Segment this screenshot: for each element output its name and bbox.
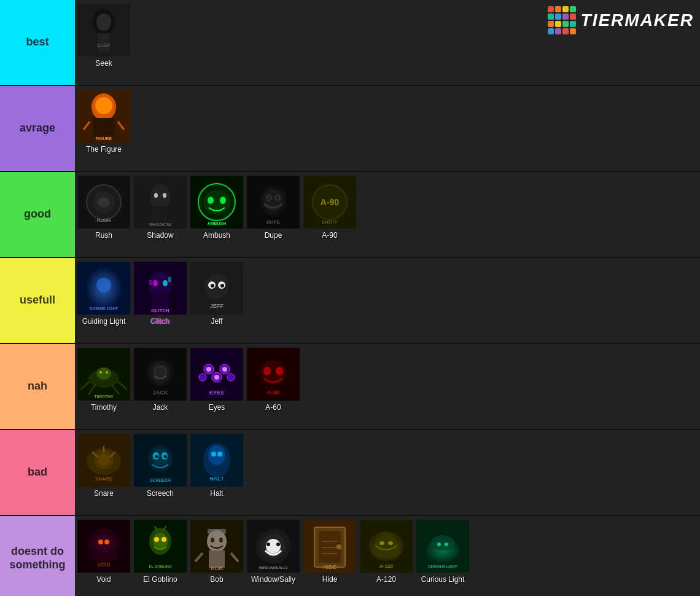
tier-item-curiouslight[interactable]: CURIOUS LIGHT Curious Light <box>415 517 470 586</box>
char-image-guidinglight: GUIDING LIGHT <box>77 262 130 315</box>
tier-item-windowsally[interactable]: WINDOW/SALLY Window/Sally <box>246 517 301 586</box>
svg-text:JACK: JACK <box>153 390 168 396</box>
svg-text:SNARE: SNARE <box>95 476 113 482</box>
svg-point-115 <box>104 539 109 544</box>
tier-item-guidinglight[interactable]: GUIDING LIGHT Guiding Light <box>76 259 131 328</box>
tier-item-void[interactable]: VOID Void <box>76 517 131 586</box>
char-image-a90: A-90 ENTITY <box>303 176 356 229</box>
tier-item-hide[interactable]: HIDE Hide <box>302 517 357 586</box>
tier-item-halt[interactable]: HALT Halt <box>189 431 244 500</box>
tier-item-a120[interactable]: A-120 A-120 <box>359 517 414 586</box>
tier-label-bad: bad <box>0 430 75 515</box>
svg-point-21 <box>163 193 166 198</box>
tier-item-rush[interactable]: RUSH Rush <box>76 173 131 242</box>
tier-item-label-ambush: Ambush <box>203 231 230 240</box>
tier-item-dupe[interactable]: DUPE Dupe <box>246 173 301 242</box>
tier-row-avrage: avrage FIGURE The Figure <box>0 86 700 172</box>
svg-point-137 <box>266 539 281 554</box>
char-image-seek: SEEK <box>77 4 130 57</box>
svg-point-92 <box>98 453 110 466</box>
svg-rect-19 <box>152 206 168 224</box>
tier-item-jack[interactable]: JACK Jack <box>133 345 188 414</box>
char-image-halt: HALT <box>190 434 243 487</box>
tier-item-label-seek: Seek <box>95 59 112 68</box>
svg-point-80 <box>206 367 211 372</box>
logo-cell <box>555 21 561 27</box>
logo-cell <box>548 21 554 27</box>
tier-item-seek[interactable]: SEEK Seek <box>76 1 131 70</box>
svg-point-41 <box>96 278 111 292</box>
tier-item-timothy[interactable]: TIMOTHY Timothy <box>76 345 131 414</box>
char-image-rush: RUSH <box>77 176 130 229</box>
tier-item-elgoblino[interactable]: EL GOBLINO El Goblino <box>133 517 188 586</box>
svg-point-82 <box>214 375 219 380</box>
svg-text:DUPE: DUPE <box>266 219 281 225</box>
logo-grid <box>548 6 576 34</box>
char-image-shadow: SHADOW <box>134 176 187 229</box>
tier-row-usefull: usefull GUIDING LIGHT Guiding Light GLIT… <box>0 258 700 344</box>
tier-items-usefull: GUIDING LIGHT Guiding Light GLITCH Glitc… <box>75 258 700 343</box>
svg-point-32 <box>266 195 271 201</box>
svg-text:WINDOW/SALLY: WINDOW/SALLY <box>259 566 287 570</box>
tier-item-label-jeff: Jeff <box>211 317 222 326</box>
tier-item-label-elgoblino: El Goblino <box>143 575 177 584</box>
svg-text:ENTITY: ENTITY <box>322 220 338 224</box>
svg-point-114 <box>98 539 103 544</box>
header: TiERMAKER <box>548 6 694 34</box>
tier-label-text: usefull <box>20 294 55 307</box>
tier-item-snare[interactable]: SNARE Snare <box>76 431 131 500</box>
tier-item-screech[interactable]: SCREECH Screech <box>133 431 188 500</box>
svg-rect-50 <box>168 277 171 282</box>
char-image-dupe: DUPE <box>247 176 300 229</box>
tier-item-jeff[interactable]: JEFF Jeff <box>189 259 244 328</box>
svg-point-151 <box>379 541 384 545</box>
logo-cell <box>562 6 569 12</box>
tier-item-ambush[interactable]: AMBUSH Ambush <box>189 173 244 242</box>
tier-item-label-curiouslight: Curious Light <box>421 575 465 584</box>
tier-item-shadow[interactable]: SHADOW Shadow <box>133 173 188 242</box>
char-image-void: VOID <box>77 520 130 573</box>
tier-row-doesnt: doesnt dosomething VOID Void EL GOBLINO … <box>0 516 700 596</box>
tier-label-usefull: usefull <box>0 258 75 343</box>
char-image-eyes: EYES <box>190 348 243 401</box>
tier-item-figure[interactable]: FIGURE The Figure <box>76 87 131 156</box>
tier-label-text: avrage <box>20 122 55 135</box>
tier-item-label-shadow: Shadow <box>147 231 173 240</box>
tier-item-eyes[interactable]: EYES Eyes <box>189 345 244 414</box>
char-image-timothy: TIMOTHY <box>77 348 130 401</box>
tier-item-label-hide: Hide <box>322 575 338 584</box>
svg-point-113 <box>95 534 113 552</box>
tier-label-text: bad <box>28 466 47 479</box>
tier-item-a90[interactable]: A-90 ENTITY A-90 <box>302 173 357 242</box>
svg-point-66 <box>99 371 102 374</box>
tier-row-bad: bad SNARE Snare SCREECH Screech HALT Hal… <box>0 430 700 516</box>
logo-cell <box>555 6 561 12</box>
svg-text:A-120: A-120 <box>379 563 393 569</box>
logo-cell <box>555 28 561 34</box>
svg-point-57 <box>220 284 224 288</box>
tier-table: best SEEK Seekavrage FIGURE The Figurego… <box>0 0 700 596</box>
svg-point-108 <box>211 452 216 457</box>
logo-cell <box>570 28 576 34</box>
tier-label-good: good <box>0 172 75 257</box>
tier-item-a60[interactable]: A-60 A-60 <box>246 345 301 414</box>
svg-text:CURIOUS LIGHT: CURIOUS LIGHT <box>428 565 457 568</box>
svg-point-138 <box>266 543 270 546</box>
char-image-a120: A-120 <box>360 520 413 573</box>
svg-text:A-90: A-90 <box>321 197 340 207</box>
tier-item-glitch[interactable]: GLITCH Glitch <box>133 259 188 328</box>
svg-point-103 <box>164 455 167 458</box>
svg-point-157 <box>445 543 448 546</box>
svg-point-7 <box>95 97 112 114</box>
tier-label-doesnt: doesnt dosomething <box>0 516 75 596</box>
svg-point-107 <box>208 445 225 465</box>
tier-item-bob[interactable]: BOB Bob <box>189 517 244 586</box>
tier-items-bad: SNARE Snare SCREECH Screech HALT Halt <box>75 430 700 515</box>
svg-text:HIDE: HIDE <box>323 564 336 570</box>
char-image-ambush: AMBUSH <box>190 176 243 229</box>
char-image-glitch: GLITCH <box>134 262 187 315</box>
logo-cell <box>548 6 554 12</box>
tier-item-label-void: Void <box>96 575 111 584</box>
svg-text:RUSH: RUSH <box>97 218 111 223</box>
svg-text:VOID: VOID <box>97 562 111 568</box>
